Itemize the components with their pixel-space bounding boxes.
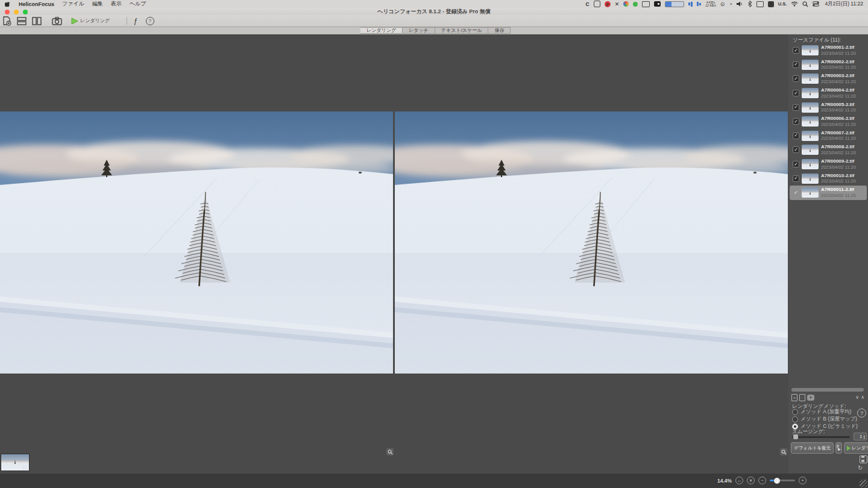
- timer-icon[interactable]: ◔: [729, 1, 732, 7]
- dark-app-icon[interactable]: [654, 1, 661, 7]
- window-app-icon[interactable]: [642, 1, 650, 7]
- render-button[interactable]: レンダリング: [844, 442, 868, 454]
- zoom-out-icon[interactable]: −: [758, 477, 766, 484]
- file-checkbox[interactable]: ✓: [793, 118, 799, 125]
- close-window-button[interactable]: [5, 10, 10, 14]
- zoom-in-icon[interactable]: +: [799, 477, 807, 484]
- file-checkbox[interactable]: ✓: [793, 175, 799, 182]
- menu-app-name[interactable]: HeliconFocus: [19, 1, 54, 7]
- network-speed-indicator[interactable]: 4 KB/s 12 KB/s: [705, 1, 716, 7]
- shazam-icon[interactable]: ⊙: [720, 1, 725, 7]
- camera-button[interactable]: [52, 16, 62, 26]
- sidebar-scrollbar[interactable]: [791, 388, 864, 392]
- menu-file[interactable]: ファイル: [62, 0, 84, 8]
- spin-down-icon[interactable]: ▾: [863, 437, 865, 439]
- collapse-up-icon[interactable]: ∧: [861, 395, 865, 400]
- render-method-option[interactable]: メソッド A (加重平均): [792, 409, 858, 414]
- share-flag-icon[interactable]: ƒ: [133, 17, 137, 25]
- render-method-option[interactable]: メソッド B (深度マップ): [792, 416, 858, 422]
- source-file-row[interactable]: ✓ A7R00008-2.tif 2023/04/02 11:20: [790, 143, 867, 157]
- source-file-row[interactable]: ✓ A7R00010-2.tif 2023/04/02 11:20: [790, 171, 867, 186]
- source-file-row[interactable]: ✓ A7R00003-2.tif 2023/04/02 11:20: [790, 72, 867, 86]
- remove-file-icon[interactable]: ·: [799, 394, 805, 401]
- smoothing-spinbox[interactable]: 1 ▴ ▾: [854, 433, 867, 440]
- cpu-meter-icon[interactable]: [688, 1, 693, 7]
- file-checkbox[interactable]: ✓: [793, 189, 799, 196]
- collapse-down-icon[interactable]: ∨: [855, 395, 860, 400]
- mode-tab[interactable]: テキスト/スケール: [435, 27, 489, 34]
- add-file-icon[interactable]: +: [791, 394, 797, 401]
- file-checkbox[interactable]: ✓: [793, 90, 799, 96]
- radio-icon[interactable]: [792, 416, 798, 422]
- zoom-slider[interactable]: [770, 480, 795, 481]
- cursor-app-icon[interactable]: ✕: [615, 1, 620, 7]
- source-file-row[interactable]: ✓ A7R00002-2.tif 2023/04/02 11:20: [790, 58, 867, 72]
- file-checkbox[interactable]: ✓: [793, 104, 799, 111]
- batch-render-button[interactable]: [835, 442, 842, 454]
- input-source-icon[interactable]: A: [768, 1, 774, 7]
- file-checkbox[interactable]: ✓: [793, 161, 799, 167]
- loupe-icon-right[interactable]: [780, 448, 787, 455]
- bluetooth-icon[interactable]: [747, 1, 752, 7]
- result-image-pane-right[interactable]: [395, 111, 788, 374]
- menu-help[interactable]: ヘルプ: [130, 0, 146, 8]
- loupe-icon-left[interactable]: [386, 448, 394, 455]
- help-icon[interactable]: ?: [146, 17, 154, 25]
- file-thumbnail: [802, 45, 819, 55]
- fit-to-window-icon[interactable]: ↔: [735, 477, 743, 484]
- source-file-row[interactable]: ✓ A7R00005-2.tif 2023/04/02 11:20: [790, 100, 867, 114]
- minimize-window-button[interactable]: [14, 10, 19, 14]
- gray-app-icon[interactable]: [594, 1, 600, 7]
- mode-tab[interactable]: レンダリング: [360, 27, 403, 34]
- smoothing-slider[interactable]: [792, 436, 850, 438]
- zoom-slider-knob[interactable]: [774, 478, 780, 484]
- source-file-row[interactable]: ✓ A7R00011-2.tif 2023/04/02 11:20: [790, 186, 867, 200]
- open-files-button[interactable]: [2, 16, 11, 26]
- file-checkbox[interactable]: ✓: [793, 75, 799, 82]
- volume-icon[interactable]: [737, 1, 743, 7]
- zoom-percentage: 14.4%: [717, 478, 732, 484]
- menu-view[interactable]: 表示: [111, 0, 122, 8]
- mode-tab[interactable]: レタッチ: [403, 27, 435, 34]
- file-checkbox[interactable]: ✓: [793, 133, 799, 139]
- p-app-icon[interactable]: p: [605, 1, 611, 7]
- mode-tab[interactable]: 保存: [488, 27, 511, 34]
- file-checkbox[interactable]: ✓: [793, 146, 799, 153]
- restore-defaults-button[interactable]: デフォルトを復元: [791, 442, 834, 454]
- colorful-app-icon[interactable]: [623, 1, 629, 7]
- chrome-icon[interactable]: C: [586, 1, 590, 7]
- source-file-row[interactable]: ✓ A7R00006-2.tif 2023/04/02 11:20: [790, 114, 867, 129]
- source-image-pane-left[interactable]: [0, 111, 393, 374]
- input-language-label[interactable]: U.S.: [778, 1, 787, 7]
- save-icon[interactable]: [860, 455, 867, 463]
- source-file-row[interactable]: ✓ A7R00001-2.tif 2023/04/02 11:20: [790, 43, 867, 58]
- wifi-icon[interactable]: [791, 1, 798, 7]
- spotlight-search-icon[interactable]: [802, 1, 808, 7]
- menu-clock[interactable]: 4月2日(日) 11:22: [825, 1, 863, 8]
- source-file-row[interactable]: ✓ A7R00004-2.tif 2023/04/02 11:20: [790, 86, 867, 101]
- window-resize-grip[interactable]: [860, 480, 867, 487]
- progress-capsule-icon[interactable]: [665, 1, 684, 7]
- green-status-icon[interactable]: [633, 2, 638, 7]
- source-file-row[interactable]: ✓ A7R00009-2.tif 2023/04/02 11:20: [790, 157, 867, 172]
- control-center-icon[interactable]: [813, 1, 819, 7]
- actual-size-icon[interactable]: ✕: [747, 477, 755, 484]
- menu-edit[interactable]: 編集: [92, 0, 103, 8]
- render-toolbar-button[interactable]: レンダリング: [71, 17, 110, 25]
- file-checkbox[interactable]: ✓: [793, 47, 799, 54]
- split-vertical-view-button[interactable]: [32, 16, 42, 26]
- file-name: A7R00005-2.tif: [821, 102, 856, 108]
- display-icon[interactable]: [756, 1, 764, 7]
- export-tray-icon[interactable]: ▾: [807, 395, 814, 401]
- radio-icon[interactable]: [792, 409, 798, 415]
- split-horizontal-view-button[interactable]: [17, 16, 27, 26]
- pan-hand-icon[interactable]: ↻: [858, 465, 863, 471]
- zoom-window-button[interactable]: [23, 10, 28, 14]
- filmstrip-thumbnail[interactable]: 0.1: [1, 454, 30, 471]
- file-checkbox[interactable]: ✓: [793, 61, 799, 68]
- apple-menu-icon[interactable]: [5, 1, 11, 7]
- smoothing-slider-knob[interactable]: [793, 434, 798, 439]
- mem-meter-icon[interactable]: [697, 1, 701, 7]
- method-help-icon[interactable]: ?: [857, 408, 866, 418]
- source-file-row[interactable]: ✓ A7R00007-2.tif 2023/04/02 11:20: [790, 129, 867, 143]
